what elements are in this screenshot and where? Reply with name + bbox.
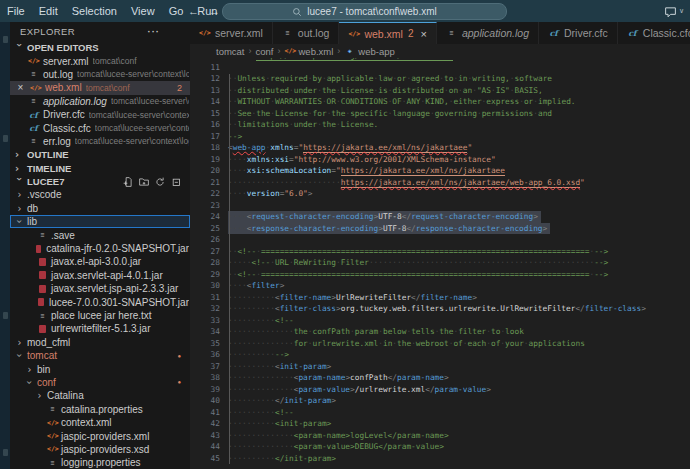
code-line-13[interactable]: 13··distributed·under·the·License·is·dis… — [190, 85, 690, 97]
tab-close-icon[interactable]: × — [420, 28, 426, 40]
collapse-all-icon[interactable] — [171, 177, 181, 187]
line-number: 33 — [190, 315, 228, 327]
new-folder-icon[interactable] — [139, 177, 149, 187]
tree-item-javax.servlet-api-4.0.1.jar[interactable]: javax.servlet-api-4.0.1.jar — [10, 269, 190, 282]
tree-item-tomcat[interactable]: ›tomcat● — [10, 349, 190, 362]
tab-web.xml[interactable]: </>web.xml2× — [339, 22, 437, 44]
open-editor-server.xml[interactable]: </>server.xmltomcat\conf — [10, 54, 190, 67]
code-line-16[interactable]: 16··limitations·under·the·License. — [190, 119, 690, 131]
breadcrumb-item-conf[interactable]: conf — [256, 46, 274, 57]
section-header-lucee7[interactable]: ›LUCEE7 — [10, 175, 190, 188]
tree-item-javax.el-api-3.0.0.jar[interactable]: javax.el-api-3.0.0.jar — [10, 255, 190, 268]
tree-item-lib[interactable]: ›lib — [10, 215, 190, 228]
code-line-42[interactable]: 42··········<init-param> — [190, 418, 690, 430]
code-editor[interactable]: 10······http://www.apache.org/licenses/L… — [190, 58, 690, 469]
section-header-timeline[interactable]: ›TIMELINE — [10, 162, 190, 175]
tree-item-javax.servlet.jsp-api-2.3.3.jar[interactable]: javax.servlet.jsp-api-2.3.3.jar — [10, 282, 190, 295]
code-line-14[interactable]: 14··WITHOUT·WARRANTIES·OR·CONDITIONS·OF·… — [190, 96, 690, 108]
tree-item-logging.properties[interactable]: ≡logging.properties — [10, 456, 190, 469]
menu-view[interactable]: View — [124, 0, 162, 22]
code-line-43[interactable]: 43··············<param-name>logLevel</pa… — [190, 430, 690, 442]
tree-item-.save[interactable]: ≡.save — [10, 228, 190, 241]
open-editor-web.xml[interactable]: ×</>web.xmltomcat\conf2 — [10, 81, 190, 94]
open-editor-application.log[interactable]: ≡application.logtomcat\lucee-server\cont… — [10, 95, 190, 108]
menu-edit[interactable]: Edit — [32, 0, 65, 22]
code-line-11[interactable]: 11 — [190, 62, 690, 74]
code-line-15[interactable]: 15··See·the·License·for·the·specific·lan… — [190, 108, 690, 120]
tree-item-catalina-jfr-0.2.0-SNAPSHOT.jar[interactable]: catalina-jfr-0.2.0-SNAPSHOT.jar — [10, 242, 190, 255]
code-line-34[interactable]: 34··············the·confPath·param·below… — [190, 326, 690, 338]
tab-out.log[interactable]: ≡out.log — [273, 22, 340, 44]
code-line-18[interactable]: 18<web-app·xmlns="https://jakarta.ee/xml… — [190, 142, 690, 154]
open-editor-err.log[interactable]: ≡err.logtomcat\lucee-server\context\logs — [10, 135, 190, 148]
tree-item-bin[interactable]: ›bin — [10, 362, 190, 375]
tab-Driver.cfc[interactable]: cfDriver.cfc — [539, 22, 618, 44]
tree-item-jaspic-providers.xsd[interactable]: </>jaspic-providers.xsd — [10, 443, 190, 456]
menu-file[interactable]: File — [0, 0, 32, 22]
breadcrumb-item-web-app[interactable]: ◈web-app — [344, 46, 394, 57]
tree-item-.vscode[interactable]: ›.vscode — [10, 188, 190, 201]
tree-item-place lucee jar here.txt[interactable]: ≡place lucee jar here.txt — [10, 309, 190, 322]
code-line-31[interactable]: 31··········<filter-name>UrlRewriteFilte… — [190, 292, 690, 304]
code-line-29[interactable]: 29··<!--·===============================… — [190, 269, 690, 281]
close-editor-icon[interactable]: × — [15, 82, 26, 93]
tree-item-catalina.properties[interactable]: ≡catalina.properties — [10, 403, 190, 416]
code-line-45[interactable]: 45··········</init-param> — [190, 453, 690, 465]
code-line-20[interactable]: 20····xsi:schemaLocation="https://jakart… — [190, 165, 690, 177]
open-editor-Classic.cfc[interactable]: cfClassic.cfctomcat\lucee-server\context… — [10, 121, 190, 134]
code-line-39[interactable]: 39··············<param-value>/urlrewrite… — [190, 384, 690, 396]
line-number: 42 — [190, 418, 228, 430]
menu-selection[interactable]: Selection — [65, 0, 124, 22]
code-line-28[interactable]: 28·····<!--·URL·ReWriting·Filter········… — [190, 257, 690, 269]
tree-item-lucee-7.0.0.301-SNAPSHOT.jar[interactable]: lucee-7.0.0.301-SNAPSHOT.jar — [10, 295, 190, 308]
open-editor-out.log[interactable]: ≡out.logtomcat\lucee-server\context\logs — [10, 68, 190, 81]
nav-forward-icon[interactable]: → — [209, 5, 220, 17]
code-line-40[interactable]: 40··········</init-param> — [190, 395, 690, 407]
code-line-38[interactable]: 38··············<param-name>confPath</pa… — [190, 372, 690, 384]
tab-Classic.cfc[interactable]: cfClassic.cfc — [618, 22, 690, 44]
code-line-22[interactable]: 22····version="6.0"> — [190, 188, 690, 200]
chat-dropdown-chevron-icon[interactable]: ∨ — [679, 7, 684, 15]
log-file-icon: ≡ — [282, 29, 293, 37]
section-header-open-editors[interactable]: ›OPEN EDITORS — [10, 41, 190, 54]
line-number: 28 — [190, 257, 228, 269]
tab-server.xml[interactable]: </>server.xml — [190, 22, 273, 44]
section-header-outline[interactable]: ›OUTLINE — [10, 148, 190, 161]
code-line-30[interactable]: 30····<filter> — [190, 280, 690, 292]
code-line-26[interactable]: 26 — [190, 234, 690, 246]
tree-item-db[interactable]: ›db — [10, 202, 190, 215]
tree-item-label: mod_cfml — [27, 337, 70, 348]
code-line-32[interactable]: 32··········<filter-class>org.tuckey.web… — [190, 303, 690, 315]
code-line-12[interactable]: 12··Unless·required·by·applicable·law·or… — [190, 73, 690, 85]
code-line-33[interactable]: 33··········<!-- — [190, 315, 690, 327]
code-line-24[interactable]: 24····<request-character-encoding>UTF-8<… — [190, 211, 690, 223]
tab-application.log[interactable]: ≡application.log — [437, 22, 539, 44]
breadcrumb-item-web.xml[interactable]: </>web.xml — [284, 46, 333, 57]
tree-item-urlrewritefilter-5.1.3.jar[interactable]: urlrewritefilter-5.1.3.jar — [10, 322, 190, 335]
breadcrumb-item-tomcat[interactable]: tomcat — [216, 46, 245, 57]
nav-back-icon[interactable]: ← — [188, 5, 199, 17]
command-center-search[interactable]: lucee7 - tomcat\conf\web.xml — [222, 3, 507, 20]
code-line-37[interactable]: 37··········<init-param> — [190, 361, 690, 373]
code-line-36[interactable]: 36··········--> — [190, 349, 690, 361]
tree-item-jaspic-providers.xml[interactable]: </>jaspic-providers.xml — [10, 429, 190, 442]
menu-go[interactable]: Go — [162, 0, 191, 22]
code-line-17[interactable]: 17--> — [190, 131, 690, 143]
new-file-icon[interactable] — [123, 177, 133, 187]
code-line-44[interactable]: 44··············<param-value>DEBUG</para… — [190, 441, 690, 453]
tree-item-mod_cfml[interactable]: ›mod_cfml — [10, 336, 190, 349]
code-line-25[interactable]: 25····<response-character-encoding>UTF-8… — [190, 223, 690, 235]
code-line-35[interactable]: 35··············for·urlrewrite.xml·in·th… — [190, 338, 690, 350]
open-editor-Driver.cfc[interactable]: cfDriver.cfctomcat\lucee-server\context\… — [10, 108, 190, 121]
code-line-19[interactable]: 19····xmlns:xsi="http://www.w3.org/2001/… — [190, 154, 690, 166]
chat-icon[interactable] — [664, 5, 677, 18]
explorer-more-actions-icon[interactable]: ··· — [148, 26, 161, 37]
code-line-41[interactable]: 41··········<!-- — [190, 407, 690, 419]
code-line-23[interactable]: 23 — [190, 200, 690, 212]
tree-item-Catalina[interactable]: ›Catalina — [10, 389, 190, 402]
code-line-21[interactable]: 21························https://jakart… — [190, 177, 690, 189]
tree-item-context.xml[interactable]: </>context.xml — [10, 416, 190, 429]
code-line-27[interactable]: 27··<!--·===============================… — [190, 246, 690, 258]
tree-item-conf[interactable]: ›conf● — [10, 376, 190, 389]
refresh-icon[interactable] — [155, 177, 165, 187]
